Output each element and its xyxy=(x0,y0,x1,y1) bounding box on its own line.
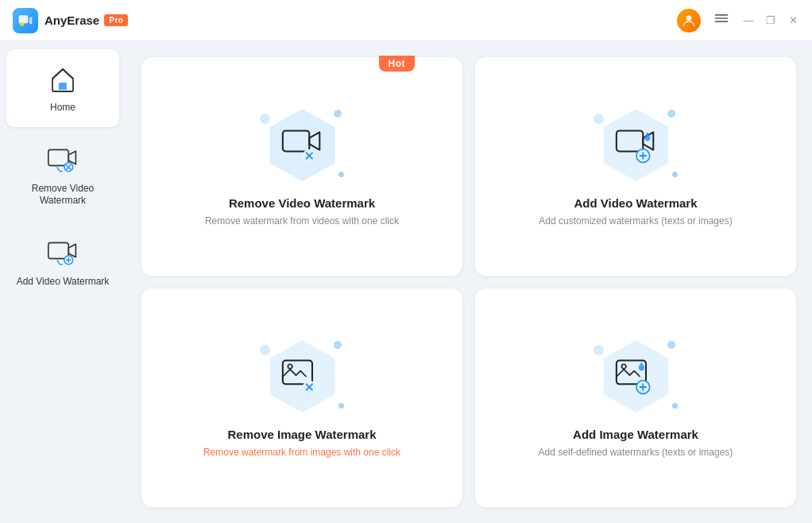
svg-rect-7 xyxy=(48,149,68,165)
svg-rect-12 xyxy=(283,130,309,151)
svg-rect-0 xyxy=(19,15,29,23)
titlebar: AnyErase Pro — ❐ ✕ xyxy=(0,0,812,41)
card-desc-add-video: Add customized watermarks (texts or imag… xyxy=(539,215,732,228)
card-desc-add-image: Add self-defined watermarks (texts or im… xyxy=(539,446,733,459)
sidebar-label-home: Home xyxy=(50,102,75,114)
svg-rect-6 xyxy=(59,83,67,90)
menu-icon[interactable] xyxy=(710,7,733,33)
card-desc-remove-image: Remove watermark from images with one cl… xyxy=(203,446,400,459)
card-remove-image-watermark[interactable]: Remove Image Watermark Remove watermark … xyxy=(141,289,462,507)
add-video-icon xyxy=(45,236,80,271)
home-icon xyxy=(45,62,80,97)
card-title-add-video: Add Video Watermark xyxy=(574,196,697,210)
card-title-add-image: Add Image Watermark xyxy=(573,428,698,441)
remove-video-icon xyxy=(45,143,80,178)
card-icon-add-image xyxy=(592,337,679,416)
svg-rect-9 xyxy=(48,242,68,258)
content-area: Hot Remove Video Watermark Re xyxy=(126,41,812,523)
card-add-image-watermark[interactable]: Add Image Watermark Add self-defined wat… xyxy=(475,289,796,507)
card-title-remove-image: Remove Image Watermark xyxy=(227,428,376,441)
card-title-remove-video: Remove Video Watermark xyxy=(229,196,375,210)
sidebar-label-remove-video: Remove Video Watermark xyxy=(13,183,113,207)
maximize-button[interactable]: ❐ xyxy=(764,14,777,27)
main-layout: Home Remove Video Watermark xyxy=(0,41,812,523)
hot-badge: Hot xyxy=(379,56,416,72)
svg-point-2 xyxy=(686,15,692,21)
app-logo xyxy=(13,8,38,33)
svg-point-19 xyxy=(288,364,292,369)
sidebar-item-add-video[interactable]: Add Video Watermark xyxy=(6,223,119,301)
svg-point-1 xyxy=(20,21,24,25)
card-remove-video-watermark[interactable]: Hot Remove Video Watermark Re xyxy=(141,57,462,276)
card-icon-remove-video xyxy=(258,106,346,185)
app-name: AnyErase xyxy=(44,14,99,27)
pro-badge: Pro xyxy=(104,14,128,26)
card-add-video-watermark[interactable]: Add Video Watermark Add customized water… xyxy=(475,57,796,276)
sidebar-item-remove-video[interactable]: Remove Video Watermark xyxy=(6,130,119,220)
svg-point-23 xyxy=(621,364,626,369)
window-controls: — ❐ ✕ xyxy=(677,7,799,33)
sidebar: Home Remove Video Watermark xyxy=(0,41,126,523)
user-avatar[interactable] xyxy=(677,9,701,33)
svg-rect-15 xyxy=(617,130,643,151)
minimize-button[interactable]: — xyxy=(742,14,755,27)
card-icon-add-video xyxy=(592,106,679,185)
close-button[interactable]: ✕ xyxy=(787,14,799,27)
card-desc-remove-video: Remove watermark from videos with one cl… xyxy=(205,215,399,228)
sidebar-label-add-video: Add Video Watermark xyxy=(17,276,110,289)
sidebar-item-home[interactable]: Home xyxy=(6,49,119,127)
card-icon-remove-image xyxy=(258,337,346,416)
